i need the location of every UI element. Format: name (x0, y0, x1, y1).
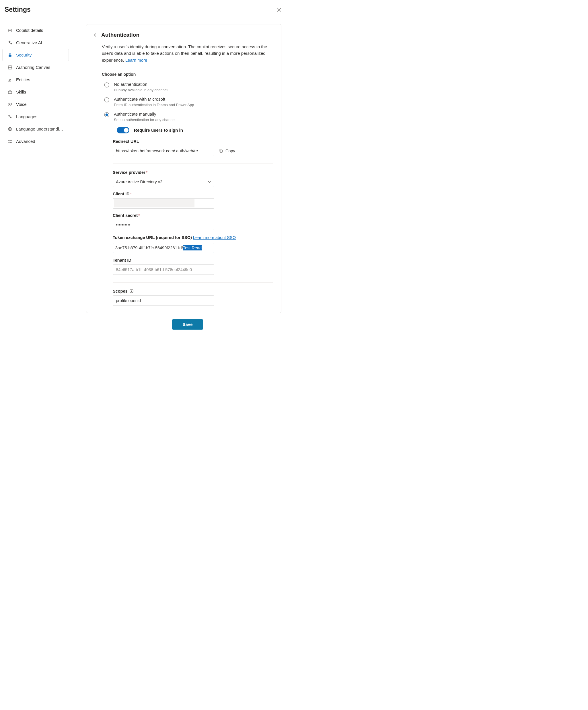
sidebar-item-security[interactable]: Security (2, 49, 69, 61)
svg-point-2 (9, 29, 10, 31)
radio-checked-icon (104, 112, 109, 117)
sidebar-item-label: Copilot details (16, 28, 43, 33)
radio-label: No authentication (114, 82, 167, 87)
sparkle-icon (8, 41, 12, 45)
radio-authenticate-manually[interactable]: Authenticate manually Set up authenticat… (102, 109, 273, 124)
radio-unchecked-icon (104, 97, 109, 102)
sidebar-item-label: Skills (16, 90, 26, 94)
radio-sublabel: Publicly available in any channel (114, 88, 167, 92)
sidebar-item-label: Generative AI (16, 40, 42, 45)
radio-no-authentication[interactable]: No authentication Publicly available in … (102, 79, 273, 94)
radio-unchecked-icon (104, 82, 109, 88)
grid-icon (8, 65, 12, 70)
scopes-input[interactable] (113, 295, 214, 306)
copy-label: Copy (226, 149, 235, 153)
client-secret-input[interactable] (113, 220, 214, 230)
panel-title: Authentication (101, 32, 139, 38)
service-provider-select[interactable]: Azure Active Directory v2 (113, 177, 214, 187)
sidebar-item-label: Languages (16, 114, 37, 119)
save-button[interactable]: Save (172, 319, 203, 330)
tenant-id-label: Tenant ID (113, 258, 273, 262)
tenant-id-input[interactable] (113, 264, 214, 275)
info-icon[interactable] (130, 289, 134, 293)
page-title: Settings (5, 6, 31, 14)
select-value: Azure Active Directory v2 (116, 180, 162, 184)
panel-description: Verify a user's identity during a conver… (102, 43, 273, 64)
sidebar-item-generative-ai[interactable]: Generative AI (2, 37, 69, 49)
client-id-masked-value (114, 199, 194, 207)
sidebar-item-authoring-canvas[interactable]: Authoring Canvas (2, 61, 69, 73)
sidebar-item-label: Entities (16, 77, 30, 82)
sidebar-item-voice[interactable]: Voice (2, 98, 69, 111)
sidebar-item-entities[interactable]: Entities (2, 73, 69, 86)
sidebar-item-label: Advanced (16, 139, 35, 144)
token-exchange-input[interactable]: 3ae75-b379-4fff-b7fc-56499f22611d/Test.R… (113, 243, 214, 253)
client-id-input[interactable] (113, 198, 214, 209)
copy-button[interactable]: Copy (219, 149, 235, 153)
gear-icon (8, 28, 12, 33)
require-signin-toggle[interactable] (117, 127, 130, 134)
learn-more-sso-link[interactable]: Learn more about SSO (193, 235, 236, 240)
radio-sublabel: Set up authentication for any channel (114, 118, 175, 122)
sidebar-item-label: Language understandi… (16, 126, 63, 132)
redirect-url-label: Redirect URL (113, 139, 273, 144)
require-signin-label: Require users to sign in (134, 128, 183, 133)
token-exchange-value-prefix: 3ae75-b379-4fff-b7fc-56499f22611d/ (115, 245, 183, 250)
sidebar-item-copilot-details[interactable]: Copilot details (2, 24, 69, 37)
radio-label: Authenticate with Microsoft (114, 97, 194, 101)
service-provider-label: Service provider* (113, 170, 273, 175)
svg-rect-8 (8, 91, 12, 94)
svg-rect-21 (220, 150, 222, 152)
scopes-label: Scopes (113, 289, 273, 293)
svg-point-17 (104, 82, 109, 87)
token-exchange-value-selection: Test.Read (183, 245, 202, 251)
lock-icon (8, 53, 12, 57)
svg-rect-3 (8, 54, 11, 56)
authentication-panel: Authentication Verify a user's identity … (86, 24, 281, 313)
learn-more-link[interactable]: Learn more (125, 58, 147, 63)
copy-icon (219, 149, 223, 153)
sidebar-item-label: Authoring Canvas (16, 65, 50, 70)
settings-sidebar: Copilot details Generative AI Secur (2, 24, 69, 147)
svg-point-9 (8, 103, 10, 104)
back-icon[interactable] (93, 33, 97, 37)
svg-point-18 (104, 97, 109, 102)
briefcase-icon (8, 90, 12, 94)
voice-icon (8, 102, 12, 107)
radio-label: Authenticate manually (114, 112, 175, 116)
sidebar-item-advanced[interactable]: Advanced (2, 135, 69, 147)
close-icon[interactable] (277, 8, 281, 12)
svg-point-24 (131, 290, 132, 291)
globe-icon (8, 127, 12, 132)
redirect-url-input[interactable] (113, 146, 214, 156)
client-secret-label: Client secret* (113, 213, 273, 218)
languages-icon (8, 115, 12, 119)
sidebar-item-language-understanding[interactable]: Language understandi… (2, 123, 69, 135)
sidebar-item-label: Voice (16, 102, 27, 107)
sidebar-item-label: Security (16, 52, 31, 57)
choose-option-label: Choose an option (102, 72, 273, 77)
radio-authenticate-microsoft[interactable]: Authenticate with Microsoft Entra ID aut… (102, 94, 273, 109)
token-exchange-label: Token exchange URL (required for SSO) Le… (113, 235, 273, 241)
sliders-icon (8, 139, 12, 144)
svg-point-14 (9, 140, 10, 141)
radio-sublabel: Entra ID authentication in Teams and Pow… (114, 103, 194, 107)
chevron-down-icon (208, 180, 211, 184)
sidebar-item-skills[interactable]: Skills (2, 86, 69, 98)
svg-point-16 (10, 142, 11, 143)
svg-point-20 (105, 113, 108, 116)
entities-icon (8, 77, 12, 82)
client-id-label: Client ID* (113, 192, 273, 196)
sidebar-item-languages[interactable]: Languages (2, 111, 69, 123)
